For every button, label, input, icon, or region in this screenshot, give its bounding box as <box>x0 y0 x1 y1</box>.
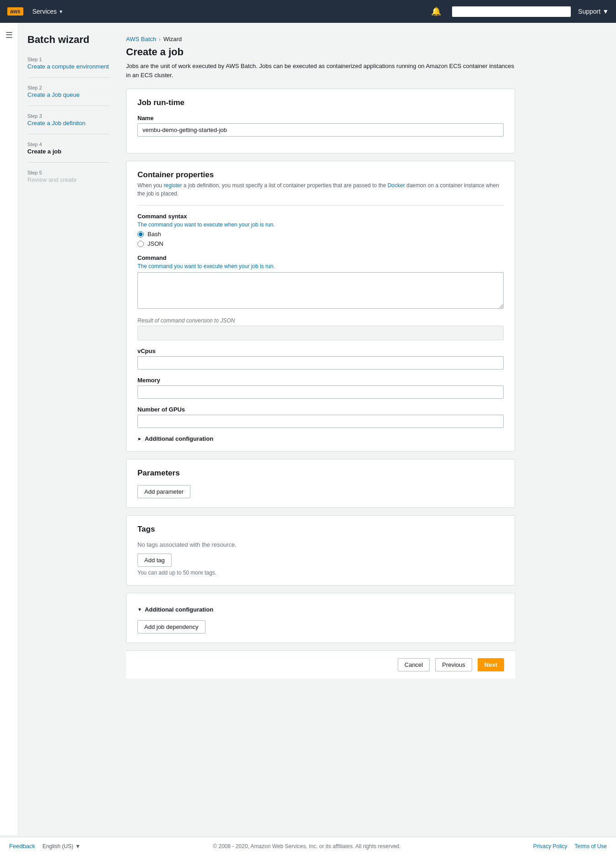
additional-config-bottom-toggle[interactable]: ▼ Additional configuration <box>137 606 504 613</box>
step-4-current: Create a job <box>27 148 110 155</box>
container-properties-title: Container properties <box>137 170 504 179</box>
page-title: Batch wizard <box>27 34 110 46</box>
additional-config-label: Additional configuration <box>145 435 213 442</box>
name-input[interactable] <box>137 123 504 137</box>
step-2: Step 2 Create a Job queue <box>27 85 110 106</box>
step-4-label: Step 4 <box>27 142 110 147</box>
container-properties-desc: When you register a job definition, you … <box>137 181 504 198</box>
gpus-group: Number of GPUs <box>137 406 504 428</box>
command-sublabel: The command you want to execute when you… <box>137 263 504 269</box>
footer-left: Feedback English (US) ▼ <box>9 843 80 850</box>
breadcrumb-current: Wizard <box>163 36 182 42</box>
sidebar-toggle: ☰ <box>0 23 18 835</box>
step-3: Step 3 Create a Job definiton <box>27 113 110 134</box>
additional-config-toggle[interactable]: ► Additional configuration <box>137 435 504 442</box>
footer-right: Privacy Policy Terms of Use <box>533 843 607 850</box>
no-tags-text: No tags associated with the resource. <box>137 541 504 548</box>
bell-icon[interactable]: 🔔 <box>431 6 441 16</box>
step-5-disabled: Review and create <box>27 176 110 183</box>
footer-copyright: © 2008 - 2020, Amazon Web Services, Inc.… <box>213 843 400 850</box>
services-menu[interactable]: Services ▼ <box>32 8 63 15</box>
step-3-label: Step 3 <box>27 113 110 119</box>
parameters-card: Parameters Add parameter <box>126 459 515 508</box>
command-field-group: Command The command you want to execute … <box>137 254 504 310</box>
command-syntax-radio-group: Bash JSON <box>137 231 504 247</box>
job-runtime-title: Job run-time <box>137 98 504 107</box>
vcpus-label: vCpus <box>137 348 504 354</box>
command-syntax-sublabel: The command you want to execute when you… <box>137 222 504 228</box>
language-selector[interactable]: English (US) ▼ <box>42 843 80 850</box>
action-bar: Cancel Previous Next <box>126 650 515 679</box>
memory-group: Memory <box>137 377 504 399</box>
support-caret: ▼ <box>602 8 609 15</box>
command-syntax-label: Command syntax <box>137 213 504 220</box>
feedback-link[interactable]: Feedback <box>9 843 35 850</box>
services-label: Services <box>32 8 57 15</box>
bash-radio[interactable] <box>137 231 144 238</box>
additional-config-arrow: ► <box>137 436 142 441</box>
breadcrumb-parent[interactable]: AWS Batch <box>126 36 156 42</box>
json-radio[interactable] <box>137 241 144 247</box>
command-textarea[interactable] <box>137 272 504 309</box>
gpus-input[interactable] <box>137 415 504 428</box>
next-button[interactable]: Next <box>478 658 504 671</box>
step-3-link[interactable]: Create a Job definiton <box>27 120 110 127</box>
container-properties-card: Container properties When you register a… <box>126 161 515 452</box>
terms-of-use-link[interactable]: Terms of Use <box>574 843 607 850</box>
step-4: Step 4 Create a job <box>27 142 110 163</box>
register-link[interactable]: register <box>163 182 182 189</box>
tags-title: Tags <box>137 525 504 534</box>
json-result-box <box>137 326 504 340</box>
hamburger-icon[interactable]: ☰ <box>5 30 18 40</box>
step-2-link[interactable]: Create a Job queue <box>27 91 110 98</box>
cancel-button[interactable]: Cancel <box>398 658 430 671</box>
command-syntax-group: Command syntax The command you want to e… <box>137 213 504 247</box>
parameters-title: Parameters <box>137 469 504 478</box>
bash-label: Bash <box>147 231 161 238</box>
name-label: Name <box>137 115 504 121</box>
name-field-group: Name <box>137 115 504 137</box>
add-job-dependency-button[interactable]: Add job dependency <box>137 620 205 633</box>
create-job-description: Jobs are the unit of work executed by AW… <box>126 62 515 79</box>
support-menu[interactable]: Support ▼ <box>578 8 609 15</box>
step-5-label: Step 5 <box>27 170 110 175</box>
json-label: JSON <box>147 240 163 247</box>
json-radio-option[interactable]: JSON <box>137 240 504 247</box>
vcpus-input[interactable] <box>137 356 504 369</box>
privacy-policy-link[interactable]: Privacy Policy <box>533 843 568 850</box>
additional-config-bottom-arrow: ▼ <box>137 607 142 612</box>
step-1: Step 1 Create a compute environment <box>27 57 110 78</box>
previous-button[interactable]: Previous <box>435 658 472 671</box>
step-1-label: Step 1 <box>27 57 110 62</box>
aws-logo: aws <box>7 7 23 16</box>
step-2-label: Step 2 <box>27 85 110 90</box>
docker-link[interactable]: Docker <box>388 182 405 189</box>
json-result-label: Result of command conversion to JSON <box>137 317 504 324</box>
vcpus-group: vCpus <box>137 348 504 369</box>
bash-radio-option[interactable]: Bash <box>137 231 504 238</box>
steps-sidebar: Batch wizard Step 1 Create a compute env… <box>18 23 119 835</box>
language-caret: ▼ <box>75 843 80 850</box>
create-job-title: Create a job <box>126 46 515 58</box>
add-tag-button[interactable]: Add tag <box>137 554 172 567</box>
step-1-link[interactable]: Create a compute environment <box>27 63 110 70</box>
services-caret: ▼ <box>58 9 63 14</box>
top-nav: aws Services ▼ 🔔 Support ▼ <box>0 0 616 23</box>
gpus-label: Number of GPUs <box>137 406 504 413</box>
memory-label: Memory <box>137 377 504 384</box>
add-parameter-button[interactable]: Add parameter <box>137 485 190 498</box>
additional-config-bottom-card: ▼ Additional configuration Add job depen… <box>126 593 515 643</box>
tags-card: Tags No tags associated with the resourc… <box>126 515 515 586</box>
step-5: Step 5 Review and create <box>27 170 110 190</box>
content-area: AWS Batch › Wizard Create a job Jobs are… <box>119 23 530 835</box>
add-tag-hint: You can add up to 50 more tags. <box>137 570 504 576</box>
json-result-group: Result of command conversion to JSON <box>137 317 504 340</box>
search-input[interactable] <box>452 6 571 17</box>
footer: Feedback English (US) ▼ © 2008 - 2020, A… <box>0 837 616 855</box>
language-label: English (US) <box>42 843 73 850</box>
support-label: Support <box>578 8 600 15</box>
breadcrumb-separator: › <box>159 37 161 42</box>
memory-input[interactable] <box>137 385 504 399</box>
command-label: Command <box>137 254 504 261</box>
additional-config-bottom-label: Additional configuration <box>145 606 213 613</box>
